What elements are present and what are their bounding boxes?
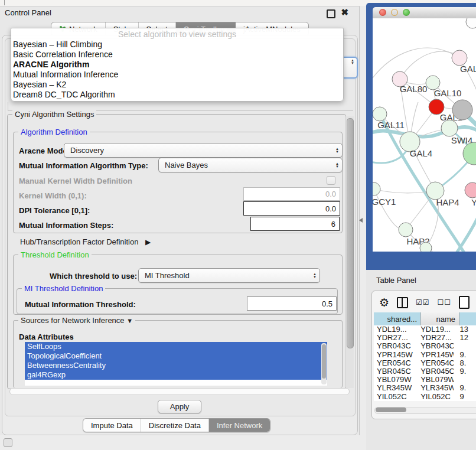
table-cell: YLR345W [374, 384, 418, 392]
table-row[interactable]: YBR043CYBR043C [374, 342, 476, 350]
mac-zoom-icon[interactable] [403, 9, 410, 16]
table-cell: YIL052C [418, 393, 454, 401]
mini-panel-icon[interactable] [4, 438, 12, 447]
settings-group-title: Cyni Algorithm Settings [12, 110, 96, 119]
table-container: ⚙ ☑☑ ☐☐ shared...name YDL19...YDL19...13… [371, 291, 476, 419]
table-row[interactable]: YIL052CYIL052C9 [374, 393, 476, 401]
mi-threshold-input[interactable]: 0.5 [247, 296, 337, 311]
data-attributes-list[interactable]: SelfLoopsTopologicalCoefficientBetweenne… [25, 342, 327, 386]
node-label: GAL11 [377, 120, 405, 130]
algorithm-dropdown: Select algorithm to view settings Bayesi… [11, 28, 344, 102]
mi-algorithm-type-select[interactable]: Naive Bayes ▲▼ [158, 158, 343, 172]
network-node[interactable] [452, 100, 472, 120]
apply-button[interactable]: Apply [158, 400, 201, 413]
gear-icon[interactable]: ⚙ [379, 296, 389, 309]
hub-definition-toggle[interactable]: Hub/Transcription Factor Definition ▶ [20, 237, 151, 246]
attribute-list-item[interactable]: BetweennessCentrality [25, 361, 327, 370]
network-node[interactable] [420, 242, 432, 252]
table-cell: 12 [454, 334, 476, 342]
table-cell: YBR043C [374, 342, 418, 350]
dropdown-option[interactable]: ARACNE Algorithm [11, 60, 343, 70]
network-window-titlebar [373, 7, 476, 19]
dropdown-option[interactable]: Basic Correlation Inference [11, 50, 343, 60]
float-window-icon[interactable] [327, 9, 335, 18]
tab-impute-data[interactable]: Impute Data [83, 419, 141, 432]
table-cell: YDL19... [374, 325, 418, 334]
table-cell: YBR045C [374, 367, 418, 376]
attribute-list-item[interactable]: TopologicalCoefficient [25, 351, 327, 361]
settings-scrollbar-thumb[interactable] [347, 118, 354, 348]
table-row[interactable]: YDR27...YDR27...12 [374, 334, 476, 342]
table-cell: YER054C [418, 359, 454, 367]
mi-steps-input[interactable]: 6 [250, 217, 340, 231]
network-view[interactable]: GALGAL80GAL10GAL1GAL11GAL4SWI4GCY1HAP4YH… [373, 18, 476, 252]
table-row[interactable]: YDL19...YDL19...13 [374, 325, 476, 334]
splitpane-collapse-icon[interactable] [359, 218, 363, 223]
bottom-tabs: Impute DataDiscretize DataInfer Network [83, 418, 270, 432]
table-cell: YDL19... [418, 325, 454, 334]
network-node-gal11[interactable] [373, 107, 387, 121]
aracne-mode-select[interactable]: Discovery ▲▼ [64, 143, 343, 158]
mi-threshold-label: Mutual Information Threshold: [25, 300, 136, 309]
attribute-list-item[interactable]: gal4RGexp [25, 370, 327, 380]
node-label: GAL [460, 64, 476, 74]
dropdown-option[interactable]: Dream8 DC_TDC Algorithm [11, 90, 343, 100]
combo-stepper-icon: ▲▼ [335, 148, 339, 154]
table-toolbar: ⚙ ☑☑ ☐☐ [379, 295, 470, 310]
dropdown-option[interactable]: Bayesian – Hill Climbing [11, 40, 343, 50]
deselect-all-checkboxes-icon[interactable]: ☐☐ [438, 298, 452, 306]
close-icon[interactable]: ✖ [341, 7, 348, 18]
table-row[interactable]: YER054CYER054C8. [374, 359, 476, 367]
table-cell: YBR043C [418, 342, 454, 350]
columns-icon[interactable] [397, 297, 408, 308]
manual-kernel-width-label: Manual Kernel Width Definition [19, 177, 132, 185]
network-node-swi4[interactable] [441, 120, 458, 136]
collapse-arrow-icon[interactable]: ▼ [126, 317, 133, 324]
mac-minimize-icon[interactable] [391, 9, 398, 16]
aracne-mode-label: Aracne Mode: [19, 146, 70, 155]
table-row[interactable]: YPR145WYPR145W9. [374, 351, 476, 359]
table-column-header[interactable] [459, 312, 476, 325]
select-all-checkboxes-icon[interactable]: ☑☑ [416, 298, 430, 306]
mi-steps-label: Mutual Information Steps: [19, 221, 113, 230]
attributes-scrollbar-thumb[interactable] [322, 344, 326, 379]
table-header: shared...name [374, 312, 476, 325]
threshold-definition-title: Threshold Definition [18, 250, 92, 259]
table-cell: YBL079W [418, 376, 454, 384]
sources-title-text: Sources for Network Inference [21, 316, 125, 325]
table-column-header[interactable]: shared... [374, 312, 421, 325]
network-node-gcy1[interactable] [373, 182, 380, 195]
table-row[interactable]: YBL079WYBL079W [374, 376, 476, 384]
table-row[interactable]: YBR045CYBR045C9. [374, 367, 476, 376]
attribute-list-item[interactable]: SelfLoops [25, 342, 327, 351]
table-cell: YDR27... [418, 334, 454, 342]
table-column-header[interactable]: name [421, 312, 459, 325]
table-cell: YIL052C [374, 393, 418, 401]
network-node[interactable] [466, 18, 476, 28]
tab-label: Discretize Data [149, 421, 201, 430]
network-node-hap2[interactable] [399, 223, 413, 237]
kernel-width-input[interactable]: 0.0 [243, 187, 340, 201]
kernel-width-value: 0.0 [325, 190, 336, 198]
top-strip-divider [4, 0, 5, 5]
manual-kernel-width-checkbox[interactable] [327, 176, 335, 185]
settings-hscrollbar[interactable] [9, 388, 350, 395]
mac-close-icon[interactable] [379, 9, 386, 16]
document-icon[interactable] [459, 296, 470, 309]
dropdown-option[interactable]: Bayesian – K2 [11, 80, 343, 90]
table-panel-title: Table Panel [376, 276, 416, 285]
table-cell [454, 376, 476, 384]
table-cell: YLR345W [418, 384, 454, 392]
dropdown-option[interactable]: Mutual Information Inference [11, 70, 343, 80]
hub-definition-label: Hub/Transcription Factor Definition [20, 237, 138, 246]
network-node-y[interactable] [465, 182, 476, 198]
combo-stepper-icon: ▲▼ [351, 59, 354, 65]
tab-infer-network[interactable]: Infer Network [209, 419, 270, 432]
which-threshold-select[interactable]: MI Threshold ▲▼ [138, 268, 320, 283]
tab-discretize-data[interactable]: Discretize Data [141, 419, 209, 432]
dpi-tolerance-input[interactable]: 0.0 [243, 201, 340, 216]
table-row[interactable]: YLR345WYLR345W9. [374, 384, 476, 392]
table-hscrollbar-thumb[interactable] [376, 407, 406, 412]
network-node[interactable] [463, 142, 476, 165]
table-cell: YPR145W [418, 351, 454, 359]
